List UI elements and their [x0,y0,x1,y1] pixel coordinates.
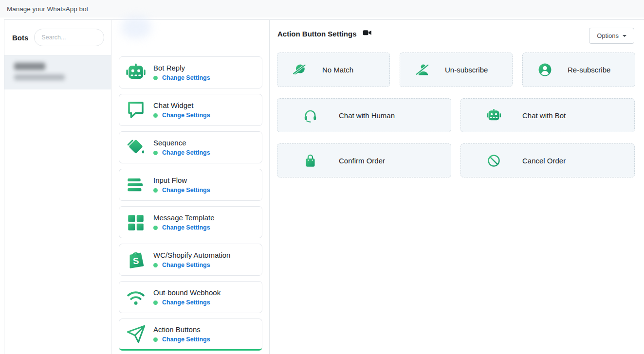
features-column: Bot Reply Change Settings Chat Widget Ch… [111,20,270,354]
feature-title: Message Template [153,213,215,222]
feature-card-sequence[interactable]: Sequence Change Settings [119,131,262,163]
action-button-confirm-order[interactable]: Confirm Order [277,143,451,177]
status-dot [153,76,158,80]
no-match-icon [291,62,308,78]
redacted-bot-name [14,63,45,70]
feature-title: Bot Reply [153,64,210,72]
bots-sidebar: Bots [4,20,111,354]
action-button-label: No Match [322,66,353,74]
action-button-label: Confirm Order [339,157,385,165]
action-button-settings-panel: Action Button Settings Options No Match … [270,20,644,354]
chat-with-human-icon [302,107,318,124]
feature-card-message-template[interactable]: Message Template Change Settings [119,206,262,238]
status-dot [153,263,158,267]
svg-text:S: S [132,255,139,266]
options-label: Options [597,32,619,39]
chat-with-bot-icon [485,107,502,124]
action-button-resubscribe[interactable]: Re-subscribe [522,53,635,87]
features-list: Bot Reply Change Settings Chat Widget Ch… [111,20,269,351]
bots-header: Bots [4,20,111,55]
page-title: Manage your WhatsApp bot [7,5,88,13]
feature-title: Chat Widget [153,101,210,109]
unsubscribe-icon [414,62,430,78]
feature-title: Action Buttons [153,325,210,334]
feature-card-bot-reply[interactable]: Bot Reply Change Settings [119,56,262,88]
bot-reply-icon [125,61,147,84]
action-button-cancel-order[interactable]: Cancel Order [460,143,635,177]
action-buttons-row-2: Chat with Human Chat with Bot [277,98,635,132]
feature-card-action-buttons[interactable]: Action Buttons Change Settings [119,319,262,351]
feature-card-wc-shopify[interactable]: S WC/Shopify Automation Change Settings [119,244,262,276]
feature-title: Input Flow [153,176,210,184]
status-dot [153,113,158,118]
options-button[interactable]: Options [589,28,634,44]
status-dot [153,301,158,305]
feature-card-outbound-webhook[interactable]: Out-bound Webhook Change Settings [119,281,262,313]
confirm-order-icon [302,152,318,169]
change-settings-link[interactable]: Change Settings [162,149,210,156]
message-template-icon [125,211,147,233]
change-settings-link[interactable]: Change Settings [162,224,210,231]
bots-title: Bots [12,34,28,42]
input-flow-icon [125,174,147,196]
sequence-icon [125,136,147,159]
status-dot [153,151,158,155]
video-camera-icon[interactable] [363,29,372,38]
action-button-no-match[interactable]: No Match [277,53,390,87]
action-button-label: Re-subscribe [568,66,610,74]
status-dot [153,188,158,193]
action-buttons-row-3: Confirm Order Cancel Order [277,143,635,177]
redacted-bot-number [14,74,65,80]
cancel-order-icon [485,152,502,169]
action-button-chat-with-bot[interactable]: Chat with Bot [460,98,635,132]
action-buttons-row-1: No Match Un-subscribe Re-subscribe [277,53,635,87]
feature-card-chat-widget[interactable]: Chat Widget Change Settings [119,94,262,126]
action-button-label: Chat with Human [339,111,395,120]
change-settings-link[interactable]: Change Settings [162,336,210,343]
change-settings-link[interactable]: Change Settings [162,262,210,268]
feature-card-input-flow[interactable]: Input Flow Change Settings [119,169,262,201]
chevron-down-icon [623,35,626,37]
feature-title: Sequence [153,139,210,147]
feature-title: Out-bound Webhook [153,288,221,297]
bot-list-item-selected[interactable] [4,55,111,89]
settings-header: Action Button Settings [277,29,372,38]
action-button-unsubscribe[interactable]: Un-subscribe [400,53,513,87]
topbar: Manage your WhatsApp bot [0,0,644,18]
chat-widget-icon [125,99,147,121]
webhook-icon [125,286,147,308]
status-dot [153,226,158,230]
resubscribe-icon [536,62,553,78]
change-settings-link[interactable]: Change Settings [162,299,210,306]
change-settings-link[interactable]: Change Settings [162,112,210,119]
action-buttons-icon [125,323,147,345]
action-button-label: Cancel Order [522,157,566,165]
change-settings-link[interactable]: Change Settings [162,74,210,81]
search-input[interactable] [34,29,104,46]
shopify-icon: S [125,248,147,271]
action-button-label: Chat with Bot [522,111,566,120]
change-settings-link[interactable]: Change Settings [162,187,210,194]
feature-title: WC/Shopify Automation [153,251,230,259]
settings-title: Action Button Settings [277,30,356,38]
action-button-label: Un-subscribe [445,66,488,74]
status-dot [153,337,158,342]
main-container: Bots Bot Reply Change Settings [4,19,644,354]
action-button-chat-with-human[interactable]: Chat with Human [277,98,451,132]
